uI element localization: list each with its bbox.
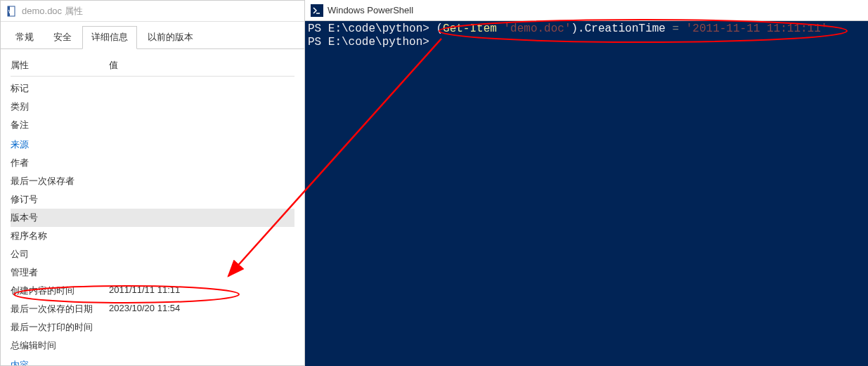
section-content: 内容 bbox=[11, 355, 294, 365]
ps-line-1: PS E:\code\python> (Get-Item 'demo.doc')… bbox=[308, 22, 865, 36]
section-source: 来源 bbox=[11, 134, 294, 154]
properties-title: demo.doc 属性 bbox=[22, 5, 83, 18]
prop-row-author[interactable]: 作者 bbox=[11, 154, 294, 172]
prop-row-programname[interactable]: 程序名称 bbox=[11, 227, 294, 245]
tab-previous[interactable]: 以前的版本 bbox=[138, 26, 202, 48]
prop-row-lastsavedby[interactable]: 最后一次保存者 bbox=[11, 172, 294, 190]
powershell-icon bbox=[311, 4, 323, 17]
prop-row-created[interactable]: 创建内容的时间 2011/11/11 11:11 bbox=[11, 282, 294, 300]
details-content: 属性 值 标记 类别 备注 来源 作者 最后一次保存者 bbox=[1, 49, 304, 365]
properties-dialog: W demo.doc 属性 常规 安全 详细信息 以前的版本 属性 值 标记 类… bbox=[0, 0, 305, 366]
powershell-title: Windows PowerShell bbox=[328, 5, 413, 15]
tab-general[interactable]: 常规 bbox=[6, 26, 43, 48]
details-header-row: 属性 值 bbox=[11, 56, 294, 77]
prop-row-tag[interactable]: 标记 bbox=[11, 79, 294, 98]
properties-title-bar: W demo.doc 属性 bbox=[1, 1, 304, 22]
powershell-console[interactable]: PS E:\code\python> (Get-Item 'demo.doc')… bbox=[305, 21, 868, 366]
powershell-title-bar: Windows PowerShell bbox=[305, 0, 868, 21]
header-property-label: 属性 bbox=[11, 59, 109, 72]
tab-details[interactable]: 详细信息 bbox=[82, 26, 137, 49]
ps-line-2: PS E:\code\python> bbox=[308, 36, 865, 49]
prop-row-manager[interactable]: 管理者 bbox=[11, 263, 294, 282]
prop-row-comment[interactable]: 备注 bbox=[11, 116, 294, 134]
powershell-window: Windows PowerShell PS E:\code\python> (G… bbox=[305, 0, 868, 366]
prop-row-version[interactable]: 版本号 bbox=[11, 209, 294, 227]
prop-row-category[interactable]: 类别 bbox=[11, 98, 294, 116]
header-value-label: 值 bbox=[109, 59, 294, 72]
doc-icon: W bbox=[6, 6, 18, 17]
tab-security[interactable]: 安全 bbox=[44, 26, 81, 48]
prop-row-lastprinted[interactable]: 最后一次打印的时间 bbox=[11, 318, 294, 336]
prop-row-lastsaved[interactable]: 最后一次保存的日期 2023/10/20 11:54 bbox=[11, 300, 294, 318]
tabs-bar: 常规 安全 详细信息 以前的版本 bbox=[1, 22, 304, 49]
prop-row-revision[interactable]: 修订号 bbox=[11, 190, 294, 209]
svg-text:W: W bbox=[8, 9, 13, 14]
prop-row-totaledittime[interactable]: 总编辑时间 bbox=[11, 336, 294, 355]
prop-row-company[interactable]: 公司 bbox=[11, 245, 294, 263]
